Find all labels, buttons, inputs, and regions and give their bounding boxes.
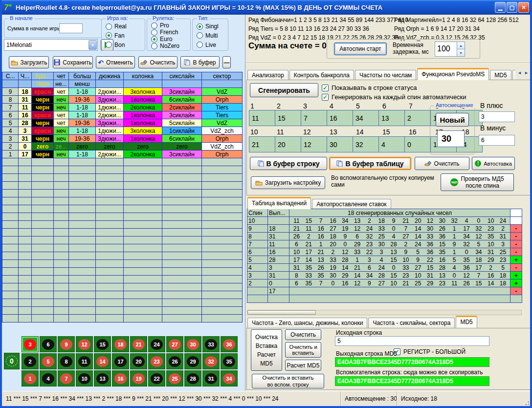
autobet-button[interactable]: ! Автоставка (472, 157, 515, 170)
board-cell-18[interactable]: 18 (112, 336, 129, 352)
md5-clear-paste-aux-button[interactable]: Очистить и вставитьво вспом. строку (252, 374, 324, 388)
board-cell-35[interactable]: 35 (221, 353, 238, 369)
radio-french[interactable]: French (151, 29, 190, 36)
board-cell-27[interactable]: 27 (166, 336, 183, 352)
roulette-zero-cell[interactable]: 0 (4, 353, 20, 369)
collapse-button[interactable]: — (222, 56, 231, 68)
board-cell-22[interactable]: 22 (148, 370, 165, 387)
maximize-button[interactable]: ▢ (507, 2, 517, 13)
generate-button[interactable]: Сгенерировать (250, 83, 318, 97)
radio-real[interactable]: Real (106, 23, 145, 30)
copy-table-button[interactable]: В буфер таблицу (329, 157, 411, 170)
board-cell-34[interactable]: 34 (221, 370, 238, 387)
copy-row-button[interactable]: В буфер строку (250, 157, 327, 170)
tab-анализатор[interactable]: Анализатор (247, 70, 288, 80)
radio-euro[interactable]: Euro (151, 36, 190, 43)
chevron-down-icon[interactable]: ▼ (89, 40, 97, 50)
clear-button[interactable]: Очистить (138, 56, 177, 68)
board-cell-12[interactable]: 12 (76, 336, 93, 352)
load-button[interactable]: Загрузить (9, 56, 49, 68)
board-cell-20[interactable]: 20 (130, 353, 147, 369)
tab-scroll-right-icon[interactable]: ► (523, 69, 530, 76)
save-button[interactable]: Сохранить (53, 56, 93, 68)
board-cell-19[interactable]: 19 (130, 370, 147, 387)
radio-nozero[interactable]: NoZero (151, 43, 190, 49)
check-md5-button[interactable]: МД5 Проверить МД5после спина (441, 173, 514, 191)
md5-clear-paste-button[interactable]: Очистить и вставить (285, 342, 321, 358)
autospin-start-button[interactable]: Автоспин старт (334, 43, 387, 55)
start-sum-input[interactable] (59, 23, 83, 33)
tab-частоты-по-числам[interactable]: Частоты по числам (355, 70, 416, 80)
board-cell-5[interactable]: 5 (40, 353, 57, 369)
board-cell-2[interactable]: 2 (22, 353, 39, 369)
board-cell-7[interactable]: 7 (58, 370, 75, 387)
tab-частота-сиклайны-сектора[interactable]: Частота - сиклайны, сектора (368, 318, 455, 328)
md5-clear-button[interactable]: Очистить (285, 329, 321, 340)
board-cell-36[interactable]: 36 (221, 336, 238, 352)
board-cell-28[interactable]: 28 (184, 370, 201, 387)
tab-таблица-выпадений[interactable]: Таблица выпадений (247, 197, 311, 209)
md5-calc-button[interactable]: Расчет MD5 (285, 360, 321, 371)
spinner-up-icon[interactable]: ▲ (457, 42, 465, 49)
close-button[interactable]: ✕ (518, 2, 529, 13)
board-cell-30[interactable]: 30 (184, 336, 201, 352)
scrollbar-thumb[interactable] (247, 310, 316, 315)
tab-md5[interactable]: MD5 (456, 316, 477, 328)
resize-grip[interactable] (523, 399, 529, 405)
board-cell-32[interactable]: 32 (202, 353, 220, 369)
board-cell-10[interactable]: 10 (76, 370, 93, 387)
board-cell-26[interactable]: 26 (166, 353, 183, 369)
spin-table-scrollbar[interactable] (247, 310, 522, 315)
profile-combo-value[interactable]: 1Melonati (4, 39, 98, 51)
tab-частота-zero-шансы-дюжины-колонки[interactable]: Частота - Zero, шансы, дюжины, колонки (247, 318, 367, 328)
board-cell-1[interactable]: 1 (22, 370, 39, 387)
profile-combo[interactable]: 1Melonati ▼ (4, 39, 98, 51)
radio-bon[interactable]: Bon (106, 42, 145, 48)
board-cell-14[interactable]: 14 (94, 353, 111, 369)
source-input[interactable] (335, 336, 489, 346)
board-cell-33[interactable]: 33 (202, 336, 220, 352)
board-cell-13[interactable]: 13 (94, 370, 111, 387)
register-checkbox[interactable]: ✓ РЕГИСТР - БОЛЬШОЙ (394, 348, 466, 355)
board-cell-3[interactable]: 3 (22, 336, 39, 352)
undo-button[interactable]: ↶ Отменить (96, 56, 135, 68)
board-cell-16[interactable]: 16 (112, 370, 129, 387)
tab-контроль-банкролла[interactable]: Контроль банкролла (289, 70, 354, 80)
board-cell-9[interactable]: 9 (58, 336, 75, 352)
minus-input[interactable] (479, 135, 515, 146)
board-cell-8[interactable]: 8 (58, 353, 75, 369)
board-cell-17[interactable]: 17 (112, 353, 129, 369)
delay-value[interactable]: 100 (435, 42, 457, 56)
board-cell-6[interactable]: 6 (40, 336, 57, 352)
tab-деление-кол[interactable]: Деление кол (512, 70, 515, 80)
clear-gen-button[interactable]: Очистить (415, 157, 469, 170)
load-settings-button[interactable]: Загрузить настройку (251, 176, 325, 189)
new-button[interactable]: Новый (436, 113, 469, 127)
radio-multi[interactable]: Multi (197, 32, 228, 39)
radio-fan[interactable]: Fan (106, 32, 145, 39)
board-cell-15[interactable]: 15 (94, 336, 111, 352)
radio-singl[interactable]: Singl (197, 23, 228, 30)
board-cell-25[interactable]: 25 (166, 370, 183, 387)
board-cell-24[interactable]: 24 (148, 336, 165, 352)
board-cell-31[interactable]: 31 (202, 370, 220, 387)
tab-scroll-left-icon[interactable]: ◄ (516, 69, 523, 76)
plus-input[interactable] (479, 111, 515, 122)
board-cell-11[interactable]: 11 (76, 353, 93, 369)
board-cell-4[interactable]: 4 (40, 370, 57, 387)
autoshift-value[interactable]: 30 (437, 130, 465, 147)
checkbox-autogen[interactable]: ✓ Генерировать на каждый спин автоматиче… (322, 93, 466, 101)
minimize-button[interactable]: ▁ (495, 2, 506, 13)
board-cell-29[interactable]: 29 (184, 353, 201, 369)
md5-big-button[interactable]: ОчисткаВставкаРасчет MD5 (251, 329, 282, 371)
tab-md5[interactable]: MD5 (490, 70, 511, 80)
board-cell-23[interactable]: 23 (148, 353, 165, 369)
tab-функционал-psevdoms[interactable]: Функционал PsevdoMS (417, 68, 489, 80)
checkbox-show-status[interactable]: ✓ Показывать в строке статуса (322, 84, 417, 91)
spinner-down-icon[interactable]: ▼ (457, 49, 465, 56)
radio-live[interactable]: Live (197, 42, 228, 48)
tab-автопроставление-ставок[interactable]: Автопроставление ставок (312, 199, 391, 209)
board-cell-21[interactable]: 21 (130, 336, 147, 352)
radio-pro[interactable]: Pro (151, 22, 190, 29)
copy-buffer-button[interactable]: В буфер (180, 56, 220, 68)
